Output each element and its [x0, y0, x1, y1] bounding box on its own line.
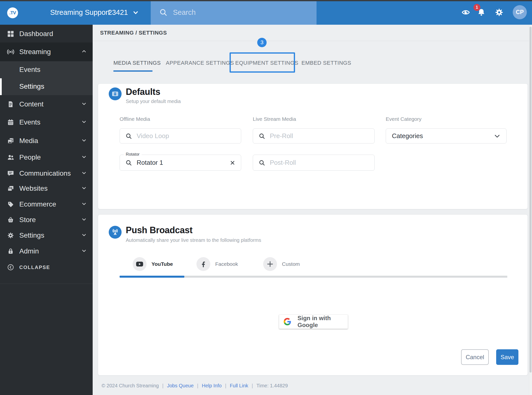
cancel-label: Cancel [466, 354, 484, 361]
sidebar-item-admin[interactable]: Admin [0, 243, 93, 259]
sidebar-item-settings[interactable]: Settings [0, 228, 93, 243]
sign-in-with-google-button[interactable]: Sign in with Google [279, 314, 348, 329]
post-roll-search-field [253, 155, 375, 171]
tab-appearance-settings[interactable]: APPEARANCE SETTINGS [166, 57, 234, 69]
chevron-down-icon [493, 132, 501, 140]
platform-label: YouTube [151, 261, 173, 267]
document-icon [7, 100, 15, 108]
annotation-highlight-box [230, 52, 295, 73]
notification-badge: 1 [473, 4, 480, 11]
account-name: Streaming Support [50, 0, 110, 25]
search-icon [258, 159, 265, 166]
preview-eye-icon[interactable] [462, 0, 470, 25]
scrollbar-thumb[interactable] [530, 27, 532, 373]
collapse-label: COLLAPSE [19, 265, 50, 270]
gear-icon[interactable] [495, 0, 503, 25]
topbar: .TV Streaming Support 23421 [0, 0, 532, 25]
plus-icon [263, 257, 277, 271]
people-icon [7, 153, 15, 161]
sidebar-item-media[interactable]: Media [0, 133, 93, 149]
notifications-bell-icon[interactable]: 1 [477, 0, 486, 25]
chevron-down-icon [81, 185, 87, 192]
windows-icon [7, 185, 15, 192]
clear-x-icon[interactable] [230, 160, 235, 166]
rotator-input[interactable] [136, 159, 223, 167]
sidebar-item-people[interactable]: People [0, 149, 93, 165]
youtube-icon [133, 257, 147, 271]
video-loop-input[interactable] [136, 132, 223, 140]
chevron-down-icon [81, 101, 87, 108]
search-icon [159, 8, 168, 18]
footer-separator: | [252, 383, 253, 389]
app-logo[interactable]: .TV [7, 7, 18, 18]
tab-media-settings[interactable]: MEDIA SETTINGS [113, 57, 161, 69]
avatar[interactable]: CP [513, 5, 527, 19]
save-label: Save [501, 354, 514, 361]
sidebar-subitem-settings[interactable]: Settings [0, 79, 93, 94]
footer-separator: | [225, 383, 226, 389]
antenna-icon [109, 226, 122, 239]
sidebar-item-streaming[interactable]: Streaming [0, 44, 93, 60]
gear-icon [7, 231, 15, 239]
active-platform-indicator [120, 276, 184, 278]
footer-link-full-link[interactable]: Full Link [230, 383, 248, 389]
search-input[interactable] [172, 8, 301, 17]
account-chevron-down-icon[interactable] [132, 9, 139, 17]
footer-link-jobs-queue[interactable]: Jobs Queue [167, 383, 194, 389]
post-roll-input[interactable] [269, 159, 357, 167]
card-title: Defaults [126, 87, 160, 97]
rotator-label: Rotator [124, 152, 142, 157]
basket-icon [7, 216, 15, 224]
sidebar-item-label: Websites [19, 185, 48, 192]
search-icon [125, 133, 132, 140]
pre-roll-input[interactable] [269, 132, 357, 140]
sidebar-item-label: Events [19, 118, 41, 126]
tab-embed-settings[interactable]: EMBED SETTINGS [301, 57, 351, 69]
platform-label: Custom [282, 261, 300, 267]
sidebar-item-ecommerce[interactable]: Ecommerce [0, 196, 93, 212]
app-screen: .TV Streaming Support 23421 [0, 0, 532, 395]
sidebar-item-label: Streaming [19, 48, 51, 56]
sidebar-item-label: Settings [19, 231, 44, 239]
chevron-down-icon [81, 137, 87, 144]
copyright-text: © 2024 Church Streaming [102, 383, 159, 389]
sidebar-item-label: Ecommerce [19, 200, 56, 208]
chevron-down-icon [81, 119, 87, 126]
chevron-down-icon [81, 248, 87, 255]
sidebar-item-label: Settings [19, 83, 44, 90]
sidebar-item-websites[interactable]: Websites [0, 181, 93, 196]
broadcast-icon [7, 48, 15, 56]
chevron-down-icon [81, 154, 87, 161]
event-category-select[interactable]: Categories [386, 128, 507, 144]
card-subtitle: Automatically share your live stream to … [126, 237, 261, 243]
footer: © 2024 Church Streaming | Jobs Queue | H… [102, 383, 497, 389]
sidebar-item-events[interactable]: Events [0, 114, 93, 130]
sidebar-item-label: People [19, 153, 41, 161]
save-button[interactable]: Save [496, 349, 518, 365]
chevron-down-icon [81, 201, 87, 208]
platform-track [184, 276, 507, 278]
sidebar-item-dashboard[interactable]: Dashboard [0, 26, 93, 42]
search-icon [125, 159, 132, 166]
chevron-down-icon [81, 216, 87, 223]
topbar-search [151, 0, 317, 25]
offline-media-search-field [120, 128, 241, 144]
sidebar-collapse-button[interactable]: COLLAPSE [0, 259, 93, 275]
live-stream-search-field [253, 128, 375, 144]
google-button-label: Sign in with Google [298, 315, 348, 329]
footer-link-help-info[interactable]: Help Info [202, 383, 222, 389]
platform-tab-facebook[interactable]: Facebook [196, 257, 238, 271]
account-id: 23421 [108, 0, 128, 25]
platform-tab-custom[interactable]: Custom [263, 257, 300, 271]
platform-label: Facebook [215, 261, 238, 267]
tab-label: APPEARANCE SETTINGS [166, 60, 234, 66]
sidebar-item-store[interactable]: Store [0, 212, 93, 228]
platform-tab-youtube[interactable]: YouTube [133, 257, 173, 271]
sidebar-item-communications[interactable]: Communications [0, 166, 93, 181]
annotation-step-badge: 3 [257, 38, 267, 47]
tab-label: EMBED SETTINGS [301, 60, 351, 66]
sidebar-item-content[interactable]: Content [0, 96, 93, 112]
cancel-button[interactable]: Cancel [461, 349, 489, 365]
offline-media-label: Offline Media [120, 116, 150, 122]
sidebar-subitem-events[interactable]: Events [0, 62, 93, 78]
